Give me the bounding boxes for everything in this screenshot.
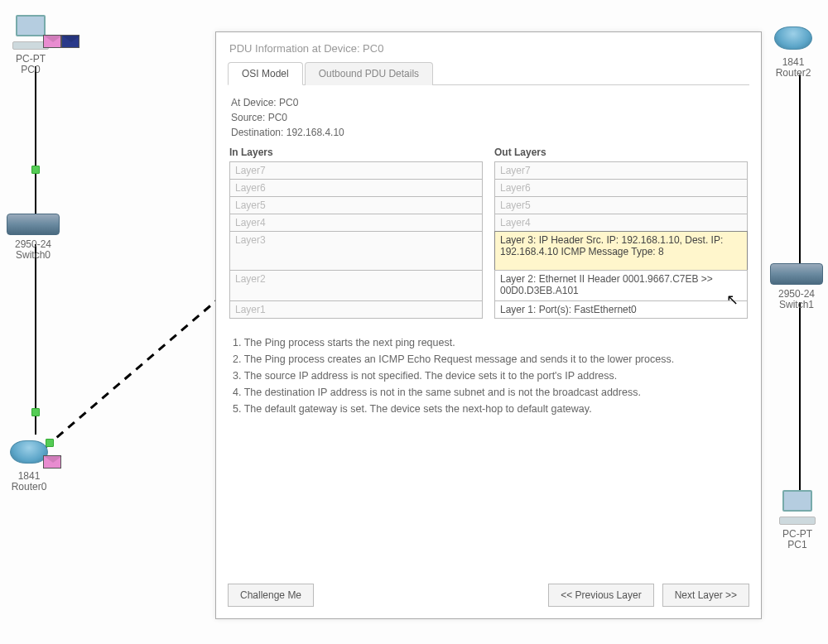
next-layer-button[interactable]: Next Layer >> xyxy=(662,584,749,607)
previous-layer-button[interactable]: << Previous Layer xyxy=(548,584,653,607)
link-switch0-router0 xyxy=(35,244,36,435)
pdu-tabs: OSI Model Outbound PDU Details xyxy=(228,61,749,85)
device-name: Router0 xyxy=(12,481,47,493)
device-name: Switch1 xyxy=(779,299,814,310)
link-pc0-switch0 xyxy=(35,66,36,214)
destination: Destination: 192.168.4.10 xyxy=(231,125,746,140)
device-name: Router2 xyxy=(776,67,811,79)
link-router0-right xyxy=(46,298,219,464)
in-layer2[interactable]: Layer2 xyxy=(229,270,483,301)
switch-icon xyxy=(7,214,60,235)
device-type: PC-PT xyxy=(16,53,46,65)
tab-osi-model[interactable]: OSI Model xyxy=(228,62,303,85)
in-layers-column: In Layers Layer7 Layer6 Layer5 Layer4 La… xyxy=(229,147,483,318)
device-name: PC1 xyxy=(787,539,806,550)
link-dot xyxy=(31,166,40,174)
device-switch0[interactable]: 2950-24 Switch0 xyxy=(7,214,60,261)
pdu-process-description: 1. The Ping process starts the next ping… xyxy=(228,318,749,425)
pdu-meta: At Device: PC0 Source: PC0 Destination: … xyxy=(228,85,749,147)
cursor-icon: ↖ xyxy=(726,291,739,309)
out-layer7[interactable]: Layer7 xyxy=(494,161,748,180)
device-pc1[interactable]: PC-PT PC1 xyxy=(777,490,818,550)
pdu-envelope-icon xyxy=(61,35,79,48)
in-layers-head: In Layers xyxy=(229,147,483,161)
router-icon xyxy=(774,23,812,53)
in-layer1[interactable]: Layer1 xyxy=(229,300,483,319)
in-layer7[interactable]: Layer7 xyxy=(229,161,483,180)
at-device: At Device: PC0 xyxy=(231,95,746,110)
in-layer3[interactable]: Layer3 xyxy=(229,231,483,271)
device-name: PC0 xyxy=(21,64,40,75)
out-layer5[interactable]: Layer5 xyxy=(494,196,748,214)
device-type: PC-PT xyxy=(782,528,812,540)
out-layer1[interactable]: Layer 1: Port(s): FastEthernet0 xyxy=(494,300,748,319)
device-pc0[interactable]: PC-PT PC0 xyxy=(10,15,51,75)
device-type: 1841 xyxy=(18,470,41,482)
in-layer4[interactable]: Layer4 xyxy=(229,214,483,232)
device-type: 2950-24 xyxy=(15,238,51,250)
pdu-envelope-icon xyxy=(43,455,61,469)
device-type: 1841 xyxy=(782,56,805,68)
out-layer3[interactable]: Layer 3: IP Header Src. IP: 192.168.1.10… xyxy=(494,231,748,271)
device-type: 2950-24 xyxy=(778,288,815,300)
pdu-window-title: PDU Information at Device: PC0 xyxy=(228,39,749,61)
link-dot xyxy=(31,408,40,416)
switch-icon xyxy=(770,263,823,285)
out-layer4[interactable]: Layer4 xyxy=(494,214,748,232)
out-layer6[interactable]: Layer6 xyxy=(494,179,748,197)
device-router0[interactable]: 1841 Router0 xyxy=(10,437,48,493)
out-layer2[interactable]: Layer 2: Ethernet II Header 0001.9667.C7… xyxy=(494,270,748,301)
challenge-me-button[interactable]: Challenge Me xyxy=(228,584,314,607)
link-router2-switch1 xyxy=(799,74,801,265)
device-name: Switch0 xyxy=(16,249,51,261)
tab-outbound-pdu[interactable]: Outbound PDU Details xyxy=(305,62,433,85)
in-layer5[interactable]: Layer5 xyxy=(229,196,483,214)
device-switch1[interactable]: 2950-24 Switch1 xyxy=(770,263,823,310)
link-switch1-pc1 xyxy=(799,302,801,493)
pdu-envelope-icon xyxy=(43,35,61,48)
pdu-info-window: PDU Information at Device: PC0 OSI Model… xyxy=(215,31,762,619)
device-router2[interactable]: 1841 Router2 xyxy=(774,23,812,79)
in-layer6[interactable]: Layer6 xyxy=(229,179,483,197)
pc-icon xyxy=(777,490,818,525)
out-layers-head: Out Layers xyxy=(494,147,748,161)
source: Source: PC0 xyxy=(231,110,746,125)
svg-line-0 xyxy=(46,298,219,447)
out-layers-column: Out Layers Layer7 Layer6 Layer5 Layer4 L… xyxy=(494,147,748,318)
